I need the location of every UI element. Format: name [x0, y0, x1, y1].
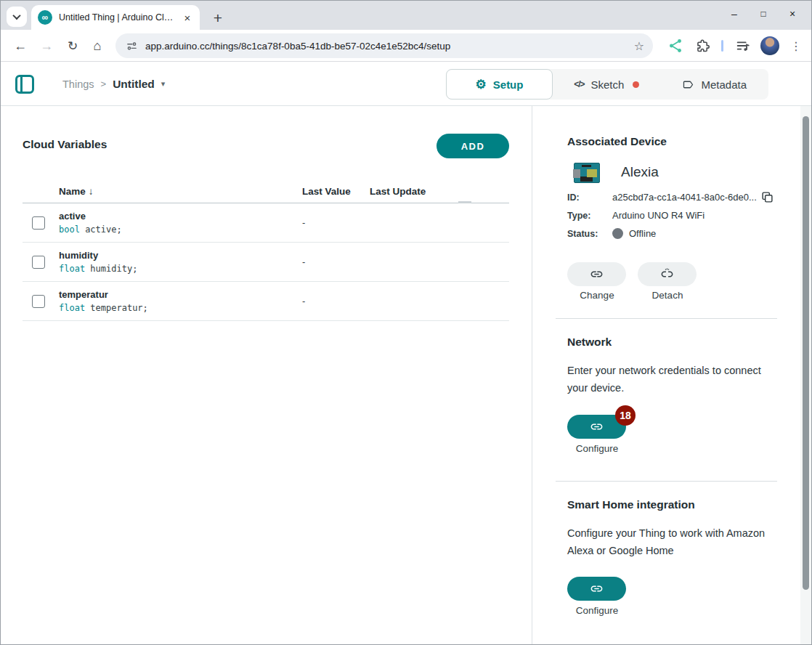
breadcrumb-separator: >	[101, 78, 107, 89]
device-type-row: Type: Arduino UNO R4 WiFi	[567, 210, 705, 221]
home-button[interactable]: ⌂	[85, 30, 110, 62]
chevron-down-icon	[12, 12, 20, 20]
minimize-button[interactable]: –	[720, 2, 749, 25]
column-resize-dash	[458, 201, 471, 203]
breadcrumb-thing-name[interactable]: Untitled	[113, 78, 155, 91]
tab-sketch-label: Sketch	[591, 78, 625, 91]
annotation-badge: 18	[615, 405, 636, 426]
tab-setup-label: Setup	[493, 78, 524, 91]
id-label: ID:	[567, 192, 612, 203]
tab-title: Untitled Thing | Arduino Cloud	[59, 12, 176, 23]
tab-sketch[interactable]: </> Sketch	[553, 69, 661, 100]
code-icon: </>	[574, 79, 584, 89]
profile-avatar[interactable]	[759, 30, 781, 62]
row-checkbox[interactable]	[32, 295, 45, 308]
maximize-button[interactable]: □	[749, 2, 778, 25]
table-header-row: Name↓ Last Value Last Update	[23, 183, 509, 203]
tab-search-button[interactable]	[7, 7, 27, 27]
section-divider	[556, 318, 777, 319]
associated-device-title: Associated Device	[567, 135, 667, 148]
column-header-last-update[interactable]: Last Update	[370, 186, 466, 203]
device-id-row: ID: a25cbd7a-cc1a-4041-8a0c-6de0...	[567, 191, 774, 203]
column-header-last-value[interactable]: Last Value	[302, 186, 370, 203]
variable-declaration: bool active;	[59, 224, 302, 235]
scrollbar-track[interactable]	[800, 106, 811, 644]
detach-button-label[interactable]: Detach	[638, 290, 697, 301]
page-title: Cloud Variables	[23, 138, 107, 151]
unsaved-dot-icon	[633, 81, 639, 88]
network-description: Enter your network credentials to connec…	[567, 362, 774, 397]
cloud-variables-panel: Cloud Variables ADD Name↓ Last Value Las…	[1, 106, 532, 644]
last-value: -	[302, 217, 370, 228]
smart-home-title: Smart Home integration	[567, 498, 695, 511]
link-off-icon	[660, 267, 674, 281]
tag-icon	[682, 78, 694, 91]
avatar	[760, 36, 779, 55]
tab-metadata-label: Metadata	[701, 78, 747, 91]
bookmark-star-icon[interactable]: ☆	[634, 39, 644, 53]
refresh-button[interactable]: ↻	[60, 30, 85, 62]
detach-device-button[interactable]	[638, 262, 697, 286]
toolbar-divider	[721, 40, 723, 52]
variable-name: humidity	[59, 250, 302, 261]
section-divider	[556, 481, 777, 482]
table-row[interactable]: humidity float humidity; -	[23, 243, 509, 282]
device-sidebar: Associated Device Alexia ID: a25cbd7a-cc…	[532, 106, 800, 644]
change-device-button[interactable]	[567, 262, 626, 286]
address-bar[interactable]: app.arduino.cc/things/8c1ca78f-0ba5-41db…	[115, 33, 653, 58]
smart-home-configure-label[interactable]: Configure	[567, 605, 627, 616]
scrollbar-thumb[interactable]	[803, 116, 809, 590]
new-tab-button[interactable]: +	[207, 7, 229, 29]
link-icon	[590, 582, 604, 596]
variable-name: active	[59, 211, 302, 222]
network-title: Network	[567, 336, 612, 349]
column-header-name[interactable]: Name↓	[59, 186, 302, 203]
browser-toolbar: ← → ↻ ⌂ app.arduino.cc/things/8c1ca78f-0…	[1, 30, 811, 62]
close-button[interactable]: ×	[778, 2, 807, 25]
url-text[interactable]: app.arduino.cc/things/8c1ca78f-0ba5-41db…	[145, 41, 634, 52]
extensions-icon[interactable]	[692, 30, 712, 62]
id-value: a25cbd7a-cc1a-4041-8a0c-6de0...	[612, 192, 757, 203]
sort-desc-icon: ↓	[89, 186, 94, 197]
link-icon	[590, 267, 604, 281]
back-button[interactable]: ←	[8, 30, 33, 62]
table-row[interactable]: active bool active; -	[23, 203, 509, 243]
variable-declaration: float humidity;	[59, 264, 302, 274]
site-settings-icon[interactable]	[126, 40, 138, 52]
arduino-favicon-icon: ∞	[38, 10, 52, 25]
row-checkbox[interactable]	[32, 216, 45, 230]
add-variable-button[interactable]: ADD	[437, 134, 509, 158]
thing-name-caret-icon[interactable]: ▾	[161, 79, 166, 89]
last-value: -	[302, 296, 370, 307]
last-value: -	[302, 256, 370, 267]
media-playlist-icon[interactable]	[733, 30, 753, 62]
smart-home-configure-button[interactable]	[567, 577, 626, 601]
type-label: Type:	[567, 211, 612, 221]
browser-window: ∞ Untitled Thing | Arduino Cloud × + – □…	[0, 0, 812, 645]
sidebar-toggle-icon[interactable]	[15, 75, 34, 94]
board-pins	[582, 165, 591, 167]
share-icon[interactable]	[665, 30, 686, 62]
device-status-row: Status: Offline	[567, 228, 656, 239]
thing-tab-group: ⚙ Setup </> Sketch Metadata	[446, 69, 768, 100]
status-offline-icon	[612, 228, 623, 239]
copy-icon[interactable]	[761, 191, 774, 203]
smart-home-description: Configure your Thing to work with Amazon…	[567, 524, 774, 559]
gear-icon: ⚙	[476, 78, 487, 91]
browser-tab-strip: ∞ Untitled Thing | Arduino Cloud × + – □…	[1, 1, 811, 30]
browser-menu-icon[interactable]: ⋮	[787, 30, 805, 62]
app-header: Things > Untitled ▾ ⚙ Setup </> Sketch	[1, 62, 811, 106]
row-checkbox[interactable]	[32, 256, 45, 269]
tab-metadata[interactable]: Metadata	[661, 69, 769, 100]
breadcrumb-things-link[interactable]: Things	[62, 78, 94, 90]
status-value: Offline	[629, 228, 656, 239]
tab-setup[interactable]: ⚙ Setup	[446, 69, 553, 100]
variables-table: Name↓ Last Value Last Update active bool…	[23, 183, 509, 321]
table-row[interactable]: temperatur float temperatur; -	[23, 282, 509, 321]
change-button-label[interactable]: Change	[567, 290, 627, 301]
forward-button[interactable]: →	[34, 30, 59, 62]
browser-tab[interactable]: ∞ Untitled Thing | Arduino Cloud ×	[31, 5, 200, 30]
tab-close-icon[interactable]: ×	[181, 11, 194, 24]
status-label: Status:	[567, 229, 612, 239]
network-configure-label[interactable]: Configure	[567, 443, 627, 454]
